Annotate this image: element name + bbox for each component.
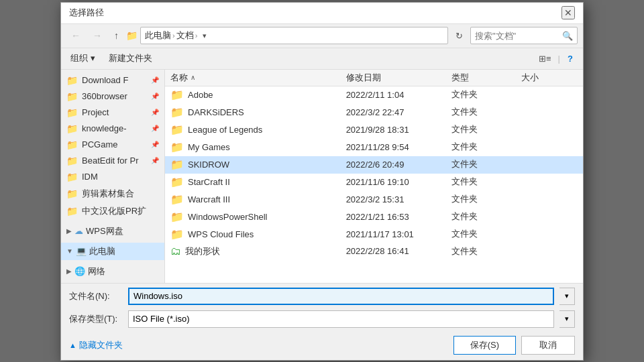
sidebar-item-knowledge[interactable]: 📁 knowledge- 📌	[61, 121, 164, 137]
file-name-cell: 📁 Adobe	[170, 88, 346, 101]
filename-dropdown-button[interactable]: ▾	[559, 288, 575, 305]
file-date-cell: 2021/11/6 19:10	[346, 177, 451, 187]
table-row[interactable]: 🗂 我的形状 2022/2/28 16:41 文件夹	[165, 243, 583, 260]
file-icon: 📁	[170, 193, 184, 206]
crumb-2[interactable]: 文档	[176, 29, 194, 42]
address-folder-icon: 📁	[126, 30, 138, 41]
file-name-cell: 📁 StarCraft II	[170, 176, 346, 188]
file-date-cell: 2021/9/28 18:31	[346, 125, 451, 135]
pin-icon: 📌	[151, 76, 159, 84]
col-header-name[interactable]: 名称 ∧	[170, 72, 346, 84]
file-name-cell: 📁 DARKSiDERS	[170, 106, 346, 119]
folder-icon: 📁	[66, 172, 78, 182]
up-button[interactable]: ↑	[109, 27, 123, 44]
address-bar[interactable]: 此电脑 › 文档 › ▾	[140, 27, 448, 44]
network-icon: 🌐	[74, 266, 85, 276]
file-date-cell: 2022/3/2 15:31	[346, 194, 451, 204]
search-icon: 🔍	[562, 31, 573, 41]
file-name-label: WindowsPowerShell	[188, 212, 268, 222]
sort-arrow: ∧	[191, 74, 195, 81]
sidebar-item-label: knowledge-	[82, 123, 147, 133]
sidebar-item-thispc[interactable]: ▼ 💻 此电脑	[61, 243, 164, 260]
file-name-cell: 📁 WPS Cloud Files	[170, 228, 346, 241]
wps-chevron: ▶	[66, 227, 72, 235]
sidebar-item-label: Download F	[82, 75, 147, 85]
address-crumbs: 此电脑 › 文档 ›	[145, 29, 197, 42]
filetype-select[interactable]: ISO File (*.iso)	[128, 310, 554, 328]
table-row[interactable]: 📁 Adobe 2022/2/11 1:04 文件夹	[165, 86, 583, 104]
file-name-cell: 📁 My Games	[170, 141, 346, 154]
file-date-cell: 2022/3/2 22:47	[346, 107, 451, 117]
sidebar-item-label: IDM	[82, 172, 159, 182]
table-row[interactable]: 📁 League of Legends 2021/9/28 18:31 文件夹	[165, 121, 583, 139]
action-buttons: 保存(S) 取消	[453, 336, 575, 355]
file-date-cell: 2021/11/28 9:54	[346, 142, 451, 152]
sidebar-item-beatedit[interactable]: 📁 BeatEdit for Pr 📌	[61, 153, 164, 169]
col-header-type[interactable]: 类型	[451, 72, 522, 84]
back-button[interactable]: ←	[66, 27, 85, 44]
sidebar-item-pcgame[interactable]: 📁 PCGame 📌	[61, 137, 164, 153]
new-folder-button[interactable]: 新建文件夹	[105, 50, 156, 66]
table-row[interactable]: 📁 StarCraft II 2021/11/6 19:10 文件夹	[165, 174, 583, 191]
network-chevron: ▶	[66, 267, 72, 275]
save-button[interactable]: 保存(S)	[453, 336, 516, 355]
organize-button[interactable]: 组织 ▾	[66, 50, 99, 66]
sidebar-item-wps[interactable]: ▶ ☁ WPS网盘	[61, 223, 164, 240]
col-header-size[interactable]: 大小	[521, 72, 578, 84]
view-toggle-button[interactable]: ⊞≡	[535, 51, 555, 66]
sidebar-item-zh[interactable]: 📁 中文汉化版PR扩	[61, 202, 164, 220]
table-row[interactable]: 📁 DARKSiDERS 2022/3/2 22:47 文件夹	[165, 104, 583, 121]
dialog-title: 选择路径	[69, 7, 104, 19]
sidebar-item-browser[interactable]: 📁 360browser 📌	[61, 88, 164, 105]
hide-folders-link[interactable]: ▲ 隐藏文件夹	[69, 339, 123, 351]
forward-button[interactable]: →	[88, 27, 107, 44]
col-name-label: 名称	[170, 72, 188, 84]
file-date-cell: 2022/2/28 16:41	[346, 246, 451, 256]
table-row[interactable]: 📁 SKIDROW 2022/2/6 20:49 文件夹	[165, 156, 583, 174]
view-icon: ⊞≡	[539, 54, 551, 64]
sidebar-item-label: PCGame	[82, 139, 147, 149]
file-name-cell: 📁 League of Legends	[170, 123, 346, 136]
refresh-button[interactable]: ↻	[451, 28, 468, 44]
action-row: ▲ 隐藏文件夹 保存(S) 取消	[61, 332, 583, 360]
table-row[interactable]: 📁 My Games 2021/11/28 9:54 文件夹	[165, 139, 583, 156]
file-date-cell: 2022/2/11 1:04	[346, 90, 451, 100]
search-box[interactable]: 🔍	[470, 27, 578, 44]
close-button[interactable]: ✕	[561, 6, 575, 19]
file-name-cell: 📁 SKIDROW	[170, 158, 346, 171]
help-button[interactable]: ?	[563, 51, 578, 66]
address-dropdown-icon[interactable]: ▾	[203, 32, 207, 40]
pin-icon: 📌	[151, 157, 159, 164]
filetype-dropdown-button[interactable]: ▾	[559, 310, 575, 328]
table-row[interactable]: 📁 WPS Cloud Files 2021/11/17 13:01 文件夹	[165, 226, 583, 243]
sidebar-item-jianjisuji[interactable]: 📁 剪辑素材集合	[61, 185, 164, 202]
sidebar-item-network[interactable]: ▶ 🌐 网络	[61, 263, 164, 280]
view-controls: ⊞≡ | ?	[535, 51, 578, 66]
table-row[interactable]: 📁 Warcraft III 2022/3/2 15:31 文件夹	[165, 191, 583, 208]
folder-icon: 📁	[66, 91, 78, 102]
crumb-sep-1: ›	[172, 32, 175, 40]
sidebar-section-network: ▶ 🌐 网络	[61, 263, 164, 280]
crumb-sep-2: ›	[195, 32, 198, 40]
thispc-chevron: ▼	[66, 247, 73, 255]
file-type-cell: 文件夹	[451, 123, 522, 135]
file-name-label: 我的形状	[185, 245, 220, 257]
filename-input[interactable]	[128, 288, 554, 305]
cancel-button[interactable]: 取消	[521, 336, 575, 355]
file-dialog: 选择路径 ✕ ← → ↑ 📁 此电脑 › 文档 › ▾ ↻ 🔍 组织 ▾ 新建文…	[60, 2, 584, 361]
crumb-1[interactable]: 此电脑	[145, 29, 171, 42]
file-type-cell: 文件夹	[451, 106, 522, 118]
sidebar-item-idm[interactable]: 📁 IDM	[61, 169, 164, 185]
hide-folders-arrow-icon: ▲	[69, 341, 76, 349]
col-header-date[interactable]: 修改日期	[346, 72, 451, 84]
sidebar-item-download[interactable]: 📁 Download F 📌	[61, 72, 164, 88]
search-input[interactable]	[475, 31, 562, 41]
filename-label: 文件名(N):	[69, 290, 123, 302]
sidebar-item-project[interactable]: 📁 Project 📌	[61, 105, 164, 121]
table-row[interactable]: 📁 WindowsPowerShell 2022/1/21 16:53 文件夹	[165, 208, 583, 226]
filename-row: 文件名(N): ▾	[61, 284, 583, 309]
hide-folders-label: 隐藏文件夹	[79, 339, 123, 351]
file-name-label: WPS Cloud Files	[188, 229, 254, 239]
sidebar: 📁 Download F 📌 📁 360browser 📌 📁 Project …	[61, 70, 165, 283]
wps-icon: ☁	[74, 226, 83, 236]
